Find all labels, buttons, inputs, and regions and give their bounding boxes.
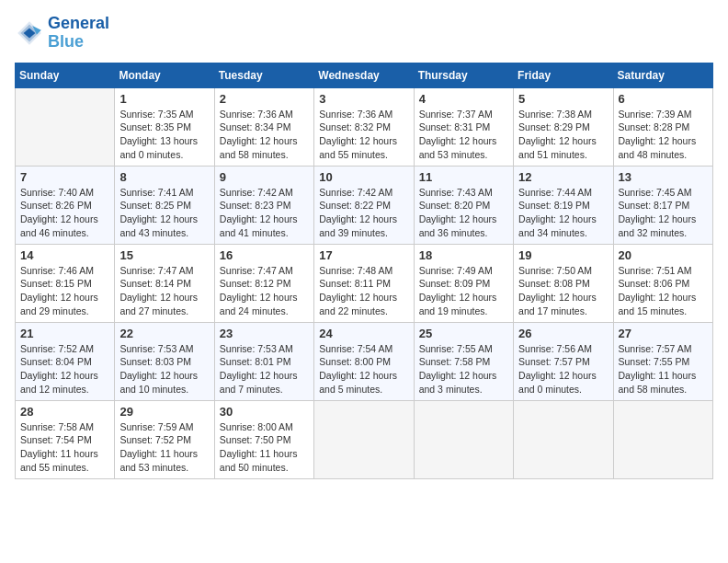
week-row-2: 7Sunrise: 7:40 AM Sunset: 8:26 PM Daylig… [16,166,713,244]
day-info: Sunrise: 7:50 AM Sunset: 8:08 PM Dayligh… [518,264,608,318]
calendar-table: SundayMondayTuesdayWednesdayThursdayFrid… [15,63,713,479]
day-info: Sunrise: 7:37 AM Sunset: 8:31 PM Dayligh… [419,108,508,162]
day-info: Sunrise: 7:55 AM Sunset: 7:58 PM Dayligh… [419,342,508,396]
day-number: 4 [419,92,508,106]
week-row-5: 28Sunrise: 7:58 AM Sunset: 7:54 PM Dayli… [16,400,713,478]
day-cell: 2Sunrise: 7:36 AM Sunset: 8:34 PM Daylig… [214,87,313,166]
day-number: 1 [119,92,209,106]
day-info: Sunrise: 7:45 AM Sunset: 8:17 PM Dayligh… [619,186,708,240]
day-number: 12 [518,170,608,184]
day-cell [314,400,414,478]
day-cell: 8Sunrise: 7:41 AM Sunset: 8:25 PM Daylig… [115,166,214,244]
day-cell: 5Sunrise: 7:38 AM Sunset: 8:29 PM Daylig… [514,87,613,166]
day-number: 23 [220,327,309,340]
day-cell: 18Sunrise: 7:49 AM Sunset: 8:09 PM Dayli… [414,244,513,322]
day-cell: 19Sunrise: 7:50 AM Sunset: 8:08 PM Dayli… [514,244,613,322]
dow-header-thursday: Thursday [414,63,513,87]
day-number: 20 [619,248,708,262]
day-cell [514,400,613,478]
day-number: 13 [619,170,708,184]
day-info: Sunrise: 7:35 AM Sunset: 8:35 PM Dayligh… [119,108,209,162]
dow-header-friday: Friday [514,63,613,87]
day-cell: 16Sunrise: 7:47 AM Sunset: 8:12 PM Dayli… [214,244,313,322]
day-info: Sunrise: 7:41 AM Sunset: 8:25 PM Dayligh… [119,186,209,240]
dow-header-wednesday: Wednesday [314,63,414,87]
day-number: 3 [319,92,408,106]
day-info: Sunrise: 7:56 AM Sunset: 7:57 PM Dayligh… [518,342,608,396]
day-number: 22 [119,327,209,340]
day-info: Sunrise: 7:47 AM Sunset: 8:12 PM Dayligh… [220,264,309,318]
day-number: 16 [220,248,309,262]
dow-header-saturday: Saturday [613,63,712,87]
day-cell: 22Sunrise: 7:53 AM Sunset: 8:03 PM Dayli… [115,322,214,400]
day-cell: 23Sunrise: 7:53 AM Sunset: 8:01 PM Dayli… [214,322,313,400]
day-info: Sunrise: 7:42 AM Sunset: 8:22 PM Dayligh… [319,186,408,240]
logo-icon [15,18,44,48]
day-info: Sunrise: 7:36 AM Sunset: 8:32 PM Dayligh… [319,108,408,162]
day-cell: 14Sunrise: 7:46 AM Sunset: 8:15 PM Dayli… [16,244,115,322]
day-cell: 7Sunrise: 7:40 AM Sunset: 8:26 PM Daylig… [16,166,115,244]
day-cell: 11Sunrise: 7:43 AM Sunset: 8:20 PM Dayli… [414,166,513,244]
days-of-week-row: SundayMondayTuesdayWednesdayThursdayFrid… [16,63,713,87]
day-info: Sunrise: 8:00 AM Sunset: 7:50 PM Dayligh… [220,420,309,475]
day-info: Sunrise: 7:53 AM Sunset: 8:01 PM Dayligh… [220,342,309,396]
day-info: Sunrise: 7:44 AM Sunset: 8:19 PM Dayligh… [518,186,608,240]
day-cell: 6Sunrise: 7:39 AM Sunset: 8:28 PM Daylig… [613,87,712,166]
day-number: 24 [319,327,408,340]
day-info: Sunrise: 7:57 AM Sunset: 7:55 PM Dayligh… [619,342,708,396]
day-info: Sunrise: 7:53 AM Sunset: 8:03 PM Dayligh… [119,342,209,396]
day-info: Sunrise: 7:42 AM Sunset: 8:23 PM Dayligh… [220,186,309,240]
day-info: Sunrise: 7:46 AM Sunset: 8:15 PM Dayligh… [20,264,109,318]
day-cell: 9Sunrise: 7:42 AM Sunset: 8:23 PM Daylig… [214,166,313,244]
day-number: 7 [20,170,109,184]
day-cell [613,400,712,478]
day-cell: 20Sunrise: 7:51 AM Sunset: 8:06 PM Dayli… [613,244,712,322]
day-cell: 3Sunrise: 7:36 AM Sunset: 8:32 PM Daylig… [314,87,414,166]
day-cell: 13Sunrise: 7:45 AM Sunset: 8:17 PM Dayli… [613,166,712,244]
day-number: 5 [518,92,608,106]
day-cell: 4Sunrise: 7:37 AM Sunset: 8:31 PM Daylig… [414,87,513,166]
day-cell: 12Sunrise: 7:44 AM Sunset: 8:19 PM Dayli… [514,166,613,244]
day-info: Sunrise: 7:47 AM Sunset: 8:14 PM Dayligh… [119,264,209,318]
day-cell: 26Sunrise: 7:56 AM Sunset: 7:57 PM Dayli… [514,322,613,400]
day-info: Sunrise: 7:51 AM Sunset: 8:06 PM Dayligh… [619,264,708,318]
dow-header-tuesday: Tuesday [214,63,313,87]
logo-text: General Blue [48,15,109,52]
day-cell: 25Sunrise: 7:55 AM Sunset: 7:58 PM Dayli… [414,322,513,400]
calendar-body: 1Sunrise: 7:35 AM Sunset: 8:35 PM Daylig… [16,87,713,478]
day-info: Sunrise: 7:54 AM Sunset: 8:00 PM Dayligh… [319,342,408,396]
day-cell: 29Sunrise: 7:59 AM Sunset: 7:52 PM Dayli… [115,400,214,478]
day-cell: 21Sunrise: 7:52 AM Sunset: 8:04 PM Dayli… [16,322,115,400]
week-row-4: 21Sunrise: 7:52 AM Sunset: 8:04 PM Dayli… [16,322,713,400]
day-info: Sunrise: 7:43 AM Sunset: 8:20 PM Dayligh… [419,186,508,240]
day-cell: 24Sunrise: 7:54 AM Sunset: 8:00 PM Dayli… [314,322,414,400]
day-cell [16,87,115,166]
day-info: Sunrise: 7:38 AM Sunset: 8:29 PM Dayligh… [518,108,608,162]
dow-header-monday: Monday [115,63,214,87]
logo: General Blue [15,15,109,52]
page-header: General Blue [15,15,713,52]
day-number: 14 [20,248,109,262]
day-number: 17 [319,248,408,262]
day-cell: 27Sunrise: 7:57 AM Sunset: 7:55 PM Dayli… [613,322,712,400]
day-cell: 17Sunrise: 7:48 AM Sunset: 8:11 PM Dayli… [314,244,414,322]
day-info: Sunrise: 7:49 AM Sunset: 8:09 PM Dayligh… [419,264,508,318]
day-number: 19 [518,248,608,262]
day-number: 26 [518,327,608,340]
day-number: 28 [20,405,109,419]
day-number: 27 [619,327,708,340]
day-cell [414,400,513,478]
day-info: Sunrise: 7:36 AM Sunset: 8:34 PM Dayligh… [220,108,309,162]
day-number: 18 [419,248,508,262]
day-info: Sunrise: 7:52 AM Sunset: 8:04 PM Dayligh… [20,342,109,396]
week-row-3: 14Sunrise: 7:46 AM Sunset: 8:15 PM Dayli… [16,244,713,322]
day-number: 9 [220,170,309,184]
dow-header-sunday: Sunday [16,63,115,87]
day-cell: 30Sunrise: 8:00 AM Sunset: 7:50 PM Dayli… [214,400,313,478]
day-number: 11 [419,170,508,184]
day-number: 25 [419,327,508,340]
week-row-1: 1Sunrise: 7:35 AM Sunset: 8:35 PM Daylig… [16,87,713,166]
day-number: 8 [119,170,209,184]
day-number: 21 [20,327,109,340]
day-number: 2 [220,92,309,106]
